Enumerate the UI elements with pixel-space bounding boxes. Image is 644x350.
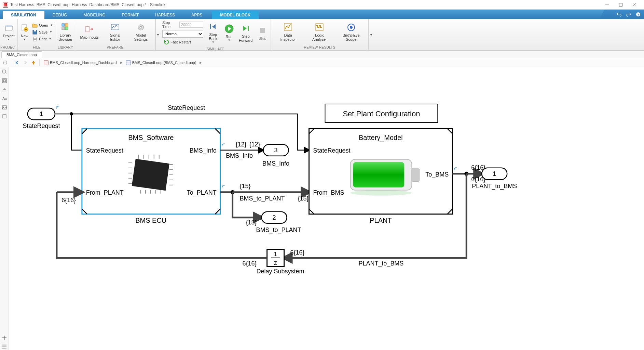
birds-eye-scope-button[interactable]: Bird's-Eye Scope [341, 21, 361, 43]
close-button[interactable] [628, 0, 641, 10]
signal-dim-to-plant-1: {15} [240, 183, 251, 190]
svg-rect-102 [412, 168, 419, 182]
svg-text:BMS_to_PLANT: BMS_to_PLANT [256, 226, 301, 234]
svg-rect-21 [86, 26, 89, 32]
svg-rect-36 [2, 79, 6, 83]
svg-text:From_BMS: From_BMS [313, 189, 344, 196]
map-inputs-button[interactable]: Map Inputs [80, 21, 99, 43]
fast-restart-button[interactable]: Fast Restart [162, 39, 203, 45]
image-button[interactable] [1, 104, 8, 111]
svg-point-24 [140, 26, 142, 28]
hide-browser-button[interactable] [2, 60, 8, 66]
app-icon [3, 2, 8, 8]
tab-format[interactable]: FORMAT [113, 11, 147, 19]
block-plant[interactable]: Battery_Model StateRequest From_BMS To_B… [309, 129, 453, 224]
nav-back-button[interactable] [14, 60, 20, 66]
doc-tab-bms-closedloop[interactable]: BMS_ClosedLoop [1, 51, 42, 58]
fit-to-view-button[interactable] [1, 77, 8, 84]
print-button[interactable]: Print▼ [31, 36, 54, 42]
signal-dim-delay-out: 6{16} [243, 260, 257, 267]
svg-text:3: 3 [274, 147, 278, 154]
toolstrip-ribbon: Project▼ PROJECT New▼ Open▼ Save▼ Print▼… [0, 19, 644, 51]
nav-forward-button[interactable] [22, 60, 28, 66]
svg-text:BMS_Software: BMS_Software [128, 134, 174, 142]
zoom-fit-button[interactable] [1, 68, 8, 75]
group-label-file: FILE [18, 45, 56, 50]
toggle-perspectives-button[interactable] [1, 86, 8, 93]
stop-time-input[interactable] [179, 22, 203, 28]
open-button[interactable]: Open▼ [31, 22, 54, 28]
undo-icon[interactable] [617, 12, 621, 17]
svg-text:StateRequest: StateRequest [313, 147, 351, 154]
redo-icon[interactable] [626, 12, 631, 17]
svg-text:BMS_Info: BMS_Info [262, 160, 289, 167]
step-forward-button[interactable]: Step Forward [238, 22, 254, 44]
area-button[interactable] [1, 113, 8, 120]
svg-rect-15 [33, 37, 36, 39]
nav-up-button[interactable] [30, 60, 37, 66]
save-button[interactable]: Save▼ [31, 29, 54, 35]
annotation-set-plant-config[interactable]: Set Plant Configuration [325, 104, 438, 122]
signal-dim-bms-info-1: {12} [236, 141, 247, 148]
svg-rect-7 [5, 25, 12, 27]
signal-label-bms-info: BMS_Info [226, 152, 253, 159]
model-settings-button[interactable]: Model Settings [131, 21, 151, 43]
tab-simulation[interactable]: SIMULATION [3, 11, 44, 19]
data-inspector-button[interactable]: Data Inspector [278, 21, 298, 43]
review-gallery-expand[interactable]: ▼ [369, 19, 373, 50]
svg-rect-27 [248, 26, 249, 31]
logic-analyzer-button[interactable]: Logic Analyzer [310, 21, 329, 43]
signal-dim-from-plant: 6{16} [61, 197, 76, 204]
svg-rect-20 [65, 27, 68, 30]
svg-rect-60 [132, 159, 169, 191]
signal-editor-button[interactable]: Signal Editor [105, 21, 125, 43]
toolstrip-tabs: SIMULATION DEBUG MODELING FORMAT HARNESS… [0, 10, 644, 19]
signal-dim-to-plant-3: {15} [298, 195, 309, 202]
svg-rect-19 [62, 27, 65, 30]
outport-bms-info[interactable]: 3 BMS_Info [262, 144, 289, 167]
svg-text:From_PLANT: From_PLANT [86, 189, 124, 196]
new-button[interactable]: New▼ [20, 21, 29, 43]
svg-text:PLANT: PLANT [370, 217, 392, 224]
maximize-button[interactable] [614, 0, 628, 10]
minimize-button[interactable] [600, 0, 614, 10]
svg-rect-28 [260, 28, 265, 33]
model-browser-button[interactable] [1, 334, 8, 341]
document-tabs: BMS_ClosedLoop [0, 51, 644, 58]
svg-text:BMS ECU: BMS ECU [135, 217, 166, 224]
simulation-mode-select[interactable]: Normal [162, 30, 203, 38]
tab-modeling[interactable]: MODELING [75, 11, 113, 19]
tab-apps[interactable]: APPS [183, 11, 210, 19]
prepare-gallery-expand[interactable]: ▼ [155, 19, 160, 50]
annotation-button[interactable]: A≡ [1, 95, 8, 102]
breadcrumb-child[interactable]: BMS_ClosedLoop (BMS_ClosedLoop) [125, 60, 198, 66]
library-browser-button[interactable]: Library Browser [58, 21, 73, 43]
model-canvas[interactable]: 1 StateRequest StateRequest BMS_Software… [9, 67, 644, 350]
signal-label-state-request: StateRequest [168, 104, 205, 111]
signal-label-plant-to-bms: PLANT_to_BMS [358, 260, 403, 267]
stop-button[interactable]: Stop [256, 22, 269, 44]
window-title: Test Harness: BMS_ClosedLoop_Harness_Das… [10, 2, 165, 7]
signal-dim-bms-info-2: {12} [249, 141, 260, 148]
canvas-palette: A≡ [0, 67, 9, 350]
svg-rect-13 [34, 30, 36, 31]
tab-model-block[interactable]: MODEL BLOCK [212, 11, 259, 19]
inport-state-request[interactable]: 1 StateRequest [23, 106, 60, 129]
svg-rect-101 [353, 162, 404, 187]
svg-rect-1 [619, 3, 622, 6]
group-label-simulate: SIMULATE [160, 47, 271, 52]
svg-text:1: 1 [274, 251, 277, 258]
breadcrumb-root[interactable]: BMS_ClosedLoop_Harness_Dashboard [42, 60, 118, 66]
run-button[interactable]: Run▼ [223, 22, 235, 44]
new-project-button[interactable]: Project▼ [2, 21, 15, 43]
tab-harness[interactable]: HARNESS [147, 11, 183, 19]
tab-debug[interactable]: DEBUG [44, 11, 76, 19]
help-icon[interactable]: ? [636, 12, 641, 17]
show-properties-button[interactable] [1, 343, 8, 350]
svg-line-35 [5, 73, 7, 74]
svg-point-34 [2, 70, 6, 73]
step-back-button[interactable]: Step Back▼ [206, 22, 220, 44]
block-bms-ecu[interactable]: BMS_Software StateRequest BMS_Info From_… [82, 129, 220, 224]
outport-bms-to-plant[interactable]: 2 BMS_to_PLANT [256, 212, 301, 234]
svg-rect-41 [3, 115, 6, 118]
